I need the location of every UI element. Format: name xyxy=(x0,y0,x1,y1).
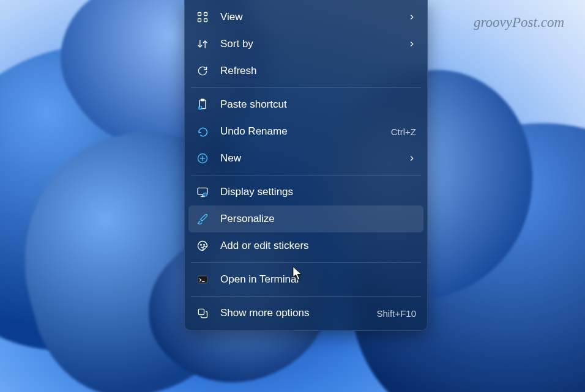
expand-options-icon xyxy=(196,306,209,320)
menu-item-display-settings[interactable]: Display settings xyxy=(188,179,423,205)
view-grid-icon xyxy=(196,10,209,24)
menu-item-label: Undo Rename xyxy=(220,125,385,138)
menu-item-paste-shortcut[interactable]: Paste shortcut xyxy=(188,91,423,118)
undo-icon xyxy=(196,125,209,138)
menu-item-label: Add or edit stickers xyxy=(220,240,416,252)
menu-item-add-stickers[interactable]: Add or edit stickers xyxy=(188,232,423,259)
sort-icon xyxy=(196,37,209,51)
menu-item-new[interactable]: New xyxy=(188,145,423,172)
desktop-context-menu: View Sort by Refresh xyxy=(184,0,428,331)
menu-item-label: Sort by xyxy=(220,38,401,50)
menu-item-shortcut: Ctrl+Z xyxy=(391,127,416,137)
menu-item-refresh[interactable]: Refresh xyxy=(188,57,423,84)
menu-item-show-more-options[interactable]: Show more options Shift+F10 xyxy=(188,300,423,327)
menu-item-label: Personalize xyxy=(220,213,416,225)
svg-rect-17 xyxy=(198,276,207,283)
svg-rect-1 xyxy=(204,13,207,16)
chevron-right-icon xyxy=(408,40,416,48)
menu-separator xyxy=(191,262,421,263)
add-circle-icon xyxy=(196,152,209,165)
sticker-icon xyxy=(196,239,209,253)
svg-rect-2 xyxy=(198,19,201,22)
menu-item-sort-by[interactable]: Sort by xyxy=(188,31,423,57)
chevron-right-icon xyxy=(408,154,416,163)
svg-point-16 xyxy=(204,245,205,246)
menu-separator xyxy=(191,175,421,176)
menu-item-label: View xyxy=(220,11,401,23)
svg-rect-3 xyxy=(204,19,207,22)
refresh-icon xyxy=(196,64,209,78)
terminal-icon xyxy=(196,273,209,286)
paste-shortcut-icon xyxy=(196,98,209,111)
menu-item-open-terminal[interactable]: Open in Terminal xyxy=(188,266,423,293)
chevron-right-icon xyxy=(408,13,416,21)
display-settings-icon xyxy=(196,185,209,199)
watermark: groovyPost.com xyxy=(474,15,564,31)
menu-separator xyxy=(191,87,421,88)
menu-item-label: Refresh xyxy=(220,65,416,77)
menu-item-label: Display settings xyxy=(220,186,416,198)
svg-rect-0 xyxy=(198,13,201,16)
menu-item-view[interactable]: View xyxy=(188,4,423,31)
menu-item-label: Open in Terminal xyxy=(220,273,416,286)
menu-item-label: Show more options xyxy=(220,307,370,319)
brush-icon xyxy=(196,212,209,226)
menu-item-undo-rename[interactable]: Undo Rename Ctrl+Z xyxy=(188,118,423,145)
menu-separator xyxy=(191,296,421,297)
svg-point-15 xyxy=(201,245,202,246)
menu-item-shortcut: Shift+F10 xyxy=(376,308,416,319)
menu-item-personalize[interactable]: Personalize xyxy=(188,205,423,232)
menu-item-label: New xyxy=(220,152,401,165)
svg-rect-19 xyxy=(198,309,204,314)
menu-item-label: Paste shortcut xyxy=(220,98,416,111)
